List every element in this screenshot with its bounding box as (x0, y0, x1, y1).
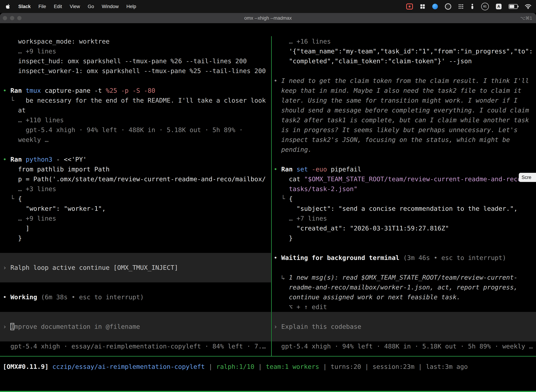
terminal-line (274, 312, 536, 322)
terminal-line: "worker": "worker-1", (3, 204, 270, 214)
terminal-line: weekly … (3, 135, 270, 145)
terminal-line: inspect_hud: omx sparkshell --tmux-pane … (3, 56, 270, 66)
menu-edit[interactable]: Edit (54, 4, 62, 9)
terminal-line: … +16 lines (274, 37, 536, 46)
pane-horizontal-border (0, 356, 536, 356)
window-title: omx --xhigh --madmax (0, 13, 536, 23)
terminal-line (3, 76, 270, 86)
terminal-line (274, 154, 536, 164)
terminal-line: continue assigned work or next feasible … (274, 292, 536, 302)
terminal-line (274, 331, 536, 341)
screen-overlay-text: Scre (522, 175, 531, 180)
terminal-line: at (3, 105, 270, 115)
terminal-line: › Ralph loop active continue [OMX_TMUX_I… (3, 263, 270, 273)
battery-gauge-icon[interactable]: 61 (481, 3, 489, 10)
ring-app-icon[interactable] (445, 3, 451, 10)
terminal-line (3, 312, 270, 322)
terminal-line: • Waiting for background terminal (3m 46… (274, 253, 536, 263)
terminal-line: └ { (274, 194, 536, 204)
blue-app-icon[interactable] (432, 4, 438, 9)
window-title-bar[interactable]: omx --xhigh --madmax ⌥⌘1 (0, 13, 536, 23)
menu-help[interactable]: Help (126, 4, 136, 9)
tmux-status-bar: [omx-cczip0:bash* "MacBook-Pro-44.local"… (0, 391, 536, 392)
terminal-line (3, 243, 270, 253)
terminal-line: keep that in mind. Maybe I also need the… (274, 86, 536, 96)
terminal-line: pending. (274, 145, 536, 154)
terminal-line: … +110 lines (3, 115, 270, 125)
dots-grid-icon[interactable] (458, 4, 464, 9)
terminal-line: › Improve documentation in @filename (3, 322, 270, 331)
terminal-line: … +3 lines (3, 184, 270, 194)
terminal-line: } (3, 233, 270, 243)
terminal-line: • Ran python3 - <<'PY' (3, 154, 270, 164)
input-source-letter: A (497, 4, 500, 9)
terminal-line: … +7 lines (274, 214, 536, 223)
terminal-line: • Ran set -euo pipefail (274, 164, 536, 174)
apple-menu-icon[interactable] (6, 4, 10, 9)
terminal-line: └ be necessary for the end of the README… (3, 96, 270, 105)
terminal-line (274, 66, 536, 76)
terminal-line: gpt-5.4 xhigh · essay/ai-reimplementatio… (3, 341, 270, 351)
menu-window[interactable]: Window (102, 4, 119, 9)
terminal-line: } (274, 233, 536, 243)
omx-status-line: [OMX#0.11.9] cczip/essay/ai-reimplementa… (3, 362, 534, 372)
terminal-line: gpt-5.4 xhigh · 94% left · 488K in · 5.1… (274, 341, 536, 351)
terminal-line (274, 243, 536, 253)
input-source-icon[interactable]: A (496, 4, 502, 9)
terminal-line: task2 after task1 is complete, but can I… (274, 115, 536, 125)
terminal-line: └ { (3, 194, 270, 204)
terminal-line: inspect task2's JSON, focusing on the st… (274, 135, 536, 145)
menu-file[interactable]: File (38, 4, 46, 9)
terminal-line (3, 302, 270, 312)
terminal-line: '{"team_name":"my-team","task_id":"1","f… (274, 46, 536, 56)
terminal-line: ↳ 1 new msg(s): read $OMX_TEAM_STATE_ROO… (274, 273, 536, 282)
terminal-line (3, 273, 270, 282)
terminal-line (3, 282, 270, 292)
terminal-line (3, 145, 270, 154)
right-terminal-pane[interactable]: … +16 lines '{"team_name":"my-team","tas… (274, 37, 536, 351)
terminal-line: "created_at": "2026-03-31T11:59:27.816Z" (274, 223, 536, 233)
active-app-menu[interactable]: Slack (18, 4, 31, 9)
terminal-line (274, 263, 536, 273)
window-shortcut: ⌥⌘1 (520, 13, 532, 23)
battery-gauge-value: 61 (483, 5, 487, 8)
menu-view[interactable]: View (70, 4, 80, 9)
screen-recording-icon[interactable] (406, 4, 413, 9)
terminal-line: … +9 lines (3, 214, 270, 223)
terminal-line: • I need to get the claim token from the… (274, 76, 536, 86)
terminal-line: readme-and-reco/mailbox/worker-1.json, a… (274, 282, 536, 292)
window-tiles-icon[interactable] (420, 4, 425, 9)
terminal-line: from pathlib import Path (3, 164, 270, 174)
terminal-line: is in progress? It seems likely but perh… (274, 125, 536, 135)
terminal-line: • Working (6m 38s • esc to interrupt) (3, 292, 270, 302)
terminal-line: [OMX#0.11.9] cczip/essay/ai-reimplementa… (3, 362, 534, 372)
terminal-line: tasks/task-2.json" (274, 184, 536, 194)
wifi-icon[interactable] (525, 4, 531, 9)
battery-icon[interactable] (509, 4, 518, 9)
pane-divider (271, 36, 272, 356)
terminal-line: … +9 lines (3, 46, 270, 56)
terminal-line: p = Path('.omx/state/team/review-current… (3, 174, 270, 184)
screen-overlay-tooltip: Scre (519, 173, 536, 182)
person-icon[interactable] (471, 4, 474, 9)
terminal-line: workspace_mode: worktree (3, 37, 270, 46)
terminal-line: › Explain this codebase (274, 322, 536, 331)
terminal-line (3, 331, 270, 341)
left-terminal-pane[interactable]: workspace_mode: worktree … +9 lines insp… (3, 37, 270, 351)
menu-items: FileEditViewGoWindowHelp (38, 4, 136, 9)
terminal-line: • Ran tmux capture-pane -t %25 -p -S -80 (3, 86, 270, 96)
menu-go[interactable]: Go (88, 4, 94, 9)
terminal-line: inspect_worker-1: omx sparkshell --tmux-… (3, 66, 270, 76)
terminal-window: omx --xhigh --madmax ⌥⌘1 workspace_mode:… (0, 13, 536, 392)
terminal-line: ] (3, 223, 270, 233)
terminal-line: "subject": "send a concise recommendatio… (274, 204, 536, 214)
terminal-line: later. Using the same for transition mig… (274, 96, 536, 105)
terminal-line: "completed","claim_token":"claim-token"}… (274, 56, 536, 66)
terminal-line (3, 253, 270, 263)
terminal-line: ⌥ + ↑ edit (274, 302, 536, 312)
terminal-line: should send a message before completing … (274, 105, 536, 115)
terminal-line: gpt-5.4 xhigh · 94% left · 488K in · 5.1… (3, 125, 270, 135)
menu-bar: Slack FileEditViewGoWindowHelp 61 A (0, 0, 536, 13)
terminal-line: cat "$OMX_TEAM_STATE_ROOT/team/review-cu… (274, 174, 536, 184)
